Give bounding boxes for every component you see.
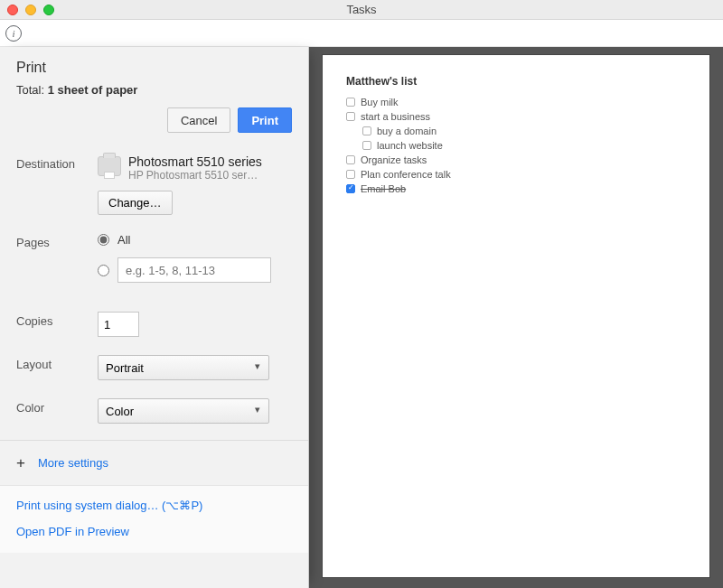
task-checkbox-icon <box>346 184 355 193</box>
pages-all-radio[interactable] <box>98 234 109 246</box>
browser-toolbar: i <box>0 20 723 47</box>
setting-color: Color Color <box>16 398 292 424</box>
site-info-icon[interactable]: i <box>5 25 22 42</box>
total-value: 1 sheet of paper <box>48 83 138 97</box>
pages-range-radio[interactable] <box>98 265 109 276</box>
layout-label: Layout <box>16 355 98 371</box>
task-text: Buy milk <box>361 97 399 107</box>
task-text: Email Bob <box>361 183 406 194</box>
copies-input[interactable] <box>98 312 139 337</box>
print-panel: Print Total: 1 sheet of paper Cancel Pri… <box>0 47 309 588</box>
preview-page: Matthew's list Buy milkstart a businessb… <box>322 54 710 578</box>
task-item: Buy milk <box>346 97 686 107</box>
task-item: Email Bob <box>346 183 686 194</box>
setting-destination: Destination Photosmart 5510 series HP Ph… <box>16 154 292 215</box>
print-preview-pane: Matthew's list Buy milkstart a businessb… <box>309 47 723 588</box>
change-destination-button[interactable]: Change… <box>98 191 173 215</box>
more-settings-toggle[interactable]: + More settings <box>0 441 308 485</box>
task-item: start a business <box>346 111 686 122</box>
window-title: Tasks <box>0 0 723 20</box>
layout-select[interactable]: Portrait <box>98 355 269 380</box>
task-checkbox-icon <box>346 170 355 179</box>
copies-label: Copies <box>16 312 98 328</box>
task-text: Organize tasks <box>361 154 427 165</box>
task-text: buy a domain <box>377 126 437 136</box>
task-item: Plan conference talk <box>346 169 686 180</box>
preview-title: Matthew's list <box>346 75 686 88</box>
footer-links: Print using system dialog… (⌥⌘P) Open PD… <box>0 485 308 553</box>
setting-pages: Pages All <box>16 233 292 294</box>
preview-task-list: Buy milkstart a businessbuy a domainlaun… <box>346 97 686 194</box>
task-checkbox-icon <box>362 126 371 135</box>
pages-range-input[interactable] <box>117 257 271 283</box>
pages-label: Pages <box>16 233 98 249</box>
printer-icon <box>98 156 121 176</box>
task-checkbox-icon <box>362 141 371 150</box>
color-select[interactable]: Color <box>98 398 269 424</box>
open-pdf-link[interactable]: Open PDF in Preview <box>16 525 292 538</box>
printer-name: Photosmart 5510 series <box>128 154 262 169</box>
task-checkbox-icon <box>346 112 355 121</box>
destination-label: Destination <box>16 154 98 171</box>
plus-icon: + <box>16 455 25 471</box>
printer-sub: HP Photosmart 5510 ser… <box>128 169 262 182</box>
task-item: launch website <box>346 140 686 151</box>
setting-copies: Copies <box>16 312 292 337</box>
titlebar: Tasks <box>0 0 723 20</box>
print-button[interactable]: Print <box>238 107 292 133</box>
task-checkbox-icon <box>346 155 355 164</box>
task-text: start a business <box>361 111 430 122</box>
total-line: Total: 1 sheet of paper <box>16 83 292 97</box>
task-item: Organize tasks <box>346 154 686 165</box>
task-text: Plan conference talk <box>361 169 451 180</box>
pages-all-label: All <box>117 233 130 247</box>
system-dialog-link[interactable]: Print using system dialog… (⌥⌘P) <box>16 499 292 512</box>
task-item: buy a domain <box>346 126 686 136</box>
total-prefix: Total: <box>16 83 48 97</box>
color-label: Color <box>16 398 98 415</box>
task-checkbox-icon <box>346 98 355 107</box>
setting-layout: Layout Portrait <box>16 355 292 380</box>
more-settings-label: More settings <box>38 456 108 470</box>
cancel-button[interactable]: Cancel <box>167 107 230 133</box>
task-text: launch website <box>377 140 443 151</box>
panel-heading: Print <box>16 60 292 76</box>
